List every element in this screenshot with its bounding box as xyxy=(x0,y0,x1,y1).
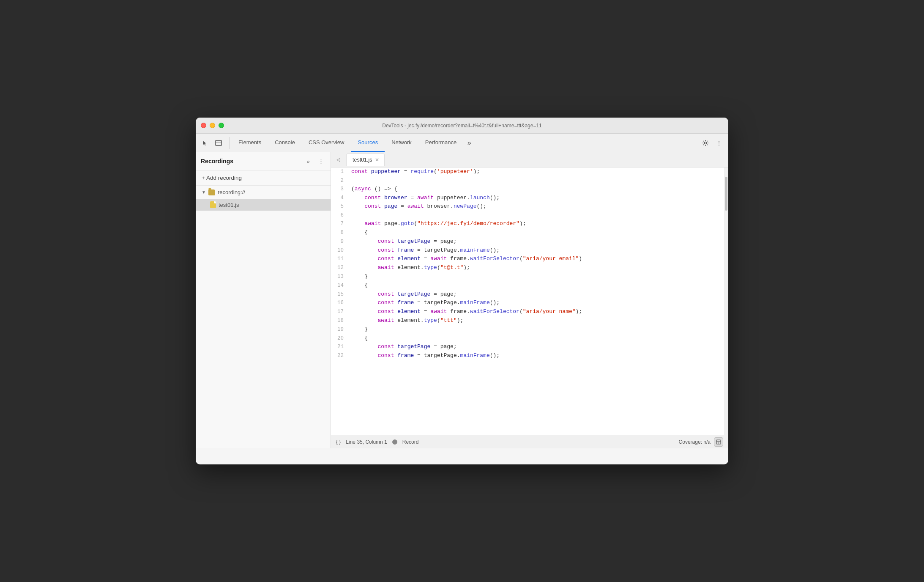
more-options-icon[interactable]: ⋮ xyxy=(713,137,725,149)
coverage-icon[interactable] xyxy=(714,437,723,447)
sidebar-title: Recordings xyxy=(201,158,300,165)
more-tabs-button[interactable]: » xyxy=(463,137,475,149)
window-title: DevTools - jec.fyi/demo/recorder?email=t… xyxy=(382,123,542,129)
status-left: { } Line 35, Column 1 Record xyxy=(336,439,418,445)
svg-point-2 xyxy=(705,142,707,144)
svg-rect-0 xyxy=(216,140,221,146)
coverage-text: Coverage: n/a xyxy=(679,439,711,445)
cursor-position: Line 35, Column 1 xyxy=(346,439,387,445)
table-row: 8 { xyxy=(331,228,722,237)
titlebar: DevTools - jec.fyi/demo/recorder?email=t… xyxy=(196,118,728,134)
table-row: 19 } xyxy=(331,325,722,334)
table-row: 5 const page = await browser.newPage(); xyxy=(331,202,722,211)
table-row: 15 const targetPage = page; xyxy=(331,290,722,299)
editor-tabs: ◁ test01.js ✕ xyxy=(331,152,728,167)
status-bar: { } Line 35, Column 1 Record Coverage: n… xyxy=(331,435,728,448)
settings-icon[interactable] xyxy=(700,137,711,149)
editor-tab-test01[interactable]: test01.js ✕ xyxy=(346,154,385,166)
minimize-button[interactable] xyxy=(210,123,215,128)
table-row: 17 const element = await frame.waitForSe… xyxy=(331,307,722,316)
code-table: 1const puppeteer = require('puppeteer');… xyxy=(331,167,722,360)
scrollbar-track[interactable] xyxy=(724,167,728,435)
table-row: 20 { xyxy=(331,334,722,343)
folder-icon xyxy=(208,189,215,195)
sidebar-header: Recordings » ⋮ xyxy=(196,152,331,170)
table-row: 16 const frame = targetPage.mainFrame(); xyxy=(331,299,722,307)
traffic-lights xyxy=(201,123,224,128)
add-recording-button[interactable]: + Add recording xyxy=(196,170,331,186)
tab-console[interactable]: Console xyxy=(268,134,302,152)
editor-area: ◁ test01.js ✕ 1const puppeteer = require… xyxy=(331,152,728,448)
tab-css-overview[interactable]: CSS Overview xyxy=(302,134,351,152)
status-right: Coverage: n/a xyxy=(679,437,723,447)
expand-sidebar-icon[interactable]: » xyxy=(303,156,313,166)
table-row: 14 { xyxy=(331,281,722,290)
tab-elements[interactable]: Elements xyxy=(232,134,268,152)
more-sidebar-icon[interactable]: ⋮ xyxy=(316,156,325,166)
svg-rect-3 xyxy=(716,440,721,444)
close-button[interactable] xyxy=(201,123,206,128)
table-row: 11 const element = await frame.waitForSe… xyxy=(331,255,722,264)
record-label[interactable]: Record xyxy=(402,439,419,445)
dock-icon[interactable] xyxy=(213,137,224,149)
scrollbar-thumb[interactable] xyxy=(725,177,727,211)
toolbar-icons xyxy=(199,137,230,149)
main-content: Recordings » ⋮ + Add recording ▼ recordi… xyxy=(196,152,728,448)
tab-sources[interactable]: Sources xyxy=(351,134,385,152)
file-icon xyxy=(210,201,216,208)
table-row: 21 const targetPage = page; xyxy=(331,343,722,351)
maximize-button[interactable] xyxy=(219,123,224,128)
code-container[interactable]: 1const puppeteer = require('puppeteer');… xyxy=(331,167,728,435)
test01-file[interactable]: test01.js xyxy=(196,199,331,211)
cursor-icon[interactable] xyxy=(199,137,211,149)
record-dot-icon xyxy=(392,439,397,445)
prev-editor-tab-icon[interactable]: ◁ xyxy=(333,154,344,165)
table-row: 9 const targetPage = page; xyxy=(331,237,722,246)
sidebar: Recordings » ⋮ + Add recording ▼ recordi… xyxy=(196,152,331,448)
table-row: 12 await element.type("t@t.t"); xyxy=(331,264,722,272)
table-row: 2 xyxy=(331,176,722,185)
close-tab-icon[interactable]: ✕ xyxy=(375,157,379,163)
recording-folder[interactable]: ▼ recording:// xyxy=(196,186,331,199)
table-row: 22 const frame = targetPage.mainFrame(); xyxy=(331,351,722,360)
table-row: 4 const browser = await puppeteer.launch… xyxy=(331,194,722,203)
table-row: 3(async () => { xyxy=(331,185,722,194)
tab-bar: Elements Console CSS Overview Sources Ne… xyxy=(232,134,700,152)
toolbar-right: ⋮ xyxy=(700,137,725,149)
braces-icon[interactable]: { } xyxy=(336,439,341,445)
main-toolbar: Elements Console CSS Overview Sources Ne… xyxy=(196,134,728,152)
tab-performance[interactable]: Performance xyxy=(418,134,463,152)
table-row: 6 xyxy=(331,211,722,220)
table-row: 18 await element.type("ttt"); xyxy=(331,316,722,325)
table-row: 7 await page.goto("https://jec.fyi/demo/… xyxy=(331,220,722,228)
table-row: 13 } xyxy=(331,272,722,281)
folder-arrow-icon: ▼ xyxy=(202,190,206,195)
table-row: 10 const frame = targetPage.mainFrame(); xyxy=(331,246,722,255)
table-row: 1const puppeteer = require('puppeteer'); xyxy=(331,167,722,176)
tab-network[interactable]: Network xyxy=(385,134,418,152)
